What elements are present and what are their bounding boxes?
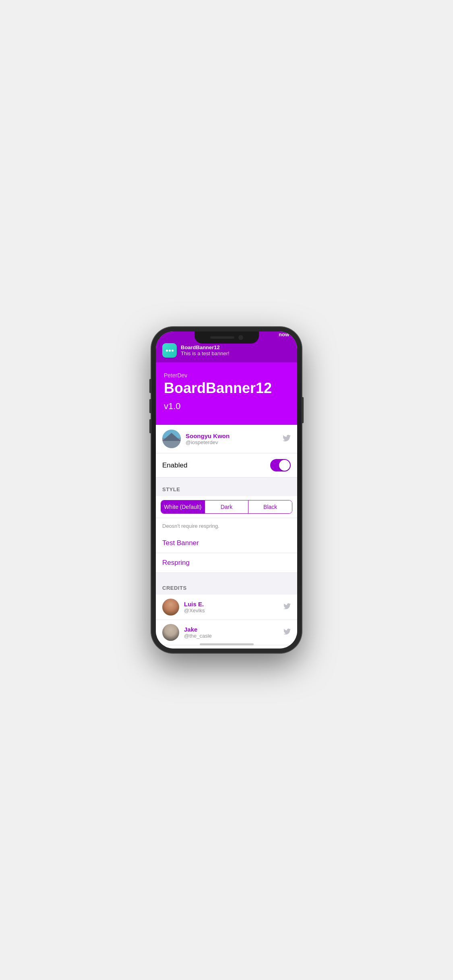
camera — [238, 335, 243, 340]
app-version: v1.0 — [164, 401, 181, 411]
phone-frame: now BoardBanner12 This is a test banner! — [151, 327, 302, 653]
enabled-toggle[interactable] — [270, 459, 291, 471]
credit-info-luis: Luis E. @Xeviks — [184, 601, 279, 614]
style-option-dark[interactable]: Dark — [205, 500, 248, 513]
notification-title: BoardBanner12 — [181, 344, 291, 350]
enabled-row: Enabled — [156, 453, 297, 478]
test-banner-link[interactable]: Test Banner — [162, 539, 199, 547]
toggle-thumb — [279, 460, 290, 471]
speaker — [210, 336, 234, 339]
credits-label: CREDITS — [162, 585, 187, 591]
test-banner-row[interactable]: Test Banner — [156, 533, 297, 553]
style-section-header: STYLE — [156, 478, 297, 496]
note-text: Deosn't require respring. — [162, 523, 219, 529]
screen-content: now BoardBanner12 This is a test banner! — [156, 331, 297, 649]
credit-handle-jake: @the_casle — [184, 633, 279, 639]
author-row: Soongyu Kwon @iospeterdev — [156, 425, 297, 453]
credit-row-luis: Luis E. @Xeviks — [156, 595, 297, 620]
author-avatar — [162, 430, 181, 448]
credits-header: CREDITS — [156, 576, 297, 595]
author-info: Soongyu Kwon @iospeterdev — [186, 432, 278, 445]
enabled-label: Enabled — [162, 461, 187, 469]
credit-info-jake: Jake @the_casle — [184, 626, 279, 639]
style-segment-control: White (Default) Dark Black — [161, 500, 292, 514]
credits-section: CREDITS Luis E. @Xeviks — [156, 576, 297, 649]
hero-section: PeterDev BoardBanner12 v1.0 — [156, 362, 297, 425]
avatar-image — [162, 430, 181, 448]
note-row: Deosn't require respring. — [156, 518, 297, 533]
credit-name-luis: Luis E. — [184, 601, 279, 607]
respring-link[interactable]: Respring — [162, 559, 190, 566]
notification-text: BoardBanner12 This is a test banner! — [181, 344, 291, 356]
dot3 — [172, 350, 174, 352]
credit-handle-luis: @Xeviks — [184, 607, 279, 614]
credit-row-jake: Jake @the_casle — [156, 620, 297, 645]
notification-body: This is a test banner! — [181, 350, 291, 356]
respring-row[interactable]: Respring — [156, 553, 297, 573]
author-handle: @iospeterdev — [186, 439, 278, 445]
credit-name-jake: Jake — [184, 626, 279, 633]
style-option-white[interactable]: White (Default) — [161, 500, 205, 513]
twitter-icon[interactable] — [283, 434, 291, 444]
credit-row-steve: Steve Sarmiento @StevSarm — [156, 645, 297, 649]
dot2 — [169, 350, 171, 352]
credit-avatar-jake — [162, 624, 179, 641]
hero-developer: PeterDev — [164, 372, 289, 379]
style-label: STYLE — [162, 486, 180, 492]
app-name: BoardBanner12 — [164, 380, 272, 396]
credit-avatar-luis — [162, 599, 179, 616]
style-option-black[interactable]: Black — [248, 500, 292, 513]
author-name: Soongyu Kwon — [186, 432, 278, 439]
twitter-icon-jake[interactable] — [283, 628, 291, 637]
notch — [194, 331, 259, 344]
style-segment-container: White (Default) Dark Black — [156, 496, 297, 518]
status-time: now — [279, 331, 289, 338]
notif-icon — [162, 343, 177, 358]
dot1 — [166, 350, 168, 352]
twitter-icon-luis[interactable] — [283, 603, 291, 612]
chat-bubbles-icon — [166, 350, 174, 352]
home-indicator — [200, 643, 254, 645]
hero-title: BoardBanner12 v1.0 — [164, 380, 289, 412]
phone-screen: now BoardBanner12 This is a test banner! — [156, 331, 297, 649]
